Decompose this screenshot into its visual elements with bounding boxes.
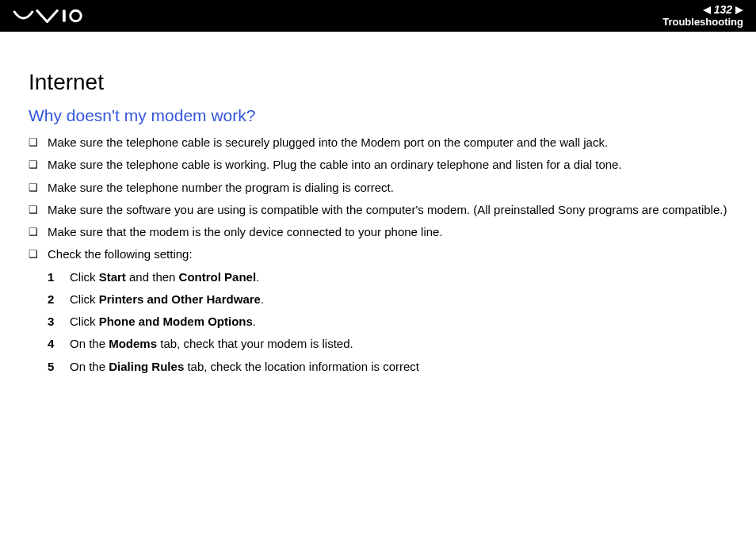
svg-rect-0	[63, 10, 66, 22]
section-label: Troubleshooting	[662, 17, 743, 28]
bullet-icon: ❑	[29, 246, 48, 261]
list-item: 5 On the Dialing Rules tab, check the lo…	[48, 359, 727, 375]
list-item: ❑ Make sure the telephone cable is worki…	[29, 157, 727, 173]
step-text: Click Printers and Other Hardware.	[70, 292, 727, 307]
list-item: 1 Click Start and then Control Panel.	[48, 269, 727, 285]
bullet-text: Make sure the telephone cable is securel…	[48, 135, 727, 151]
bullet-text: Make sure the telephone cable is working…	[48, 157, 727, 173]
page-title: Internet	[29, 70, 727, 95]
step-number: 1	[48, 269, 70, 285]
bullet-icon: ❑	[29, 157, 48, 172]
list-item: ❑ Make sure the telephone cable is secur…	[29, 135, 727, 151]
header-bar: 132 Troubleshooting	[0, 0, 756, 32]
prev-page-icon[interactable]	[703, 6, 711, 14]
bullet-text: Make sure that the modem is the only dev…	[48, 224, 727, 240]
step-number: 5	[48, 359, 70, 375]
svg-point-1	[71, 10, 82, 21]
bullet-text: Make sure the software you are using is …	[48, 202, 727, 218]
page-navigator: 132	[703, 4, 743, 16]
vaio-logo-svg	[13, 9, 84, 23]
step-number: 4	[48, 336, 70, 352]
step-list: 1 Click Start and then Control Panel. 2 …	[48, 269, 727, 375]
list-item: ❑ Make sure that the modem is the only d…	[29, 224, 727, 240]
bullet-text: Check the following setting:	[48, 246, 727, 262]
bullet-icon: ❑	[29, 135, 48, 150]
page-number: 132	[714, 4, 732, 16]
bullet-icon: ❑	[29, 202, 48, 217]
bullet-text: Make sure the telephone number the progr…	[48, 180, 727, 196]
step-number: 2	[48, 292, 70, 307]
list-item: 4 On the Modems tab, check that your mod…	[48, 336, 727, 352]
list-item: ❑ Make sure the software you are using i…	[29, 202, 727, 218]
step-text: On the Dialing Rules tab, check the loca…	[70, 359, 727, 375]
vaio-logo	[13, 9, 84, 23]
bullet-icon: ❑	[29, 180, 48, 195]
bullet-list: ❑ Make sure the telephone cable is secur…	[29, 135, 727, 263]
page-content: Internet Why doesn't my modem work? ❑ Ma…	[0, 32, 756, 375]
step-text: On the Modems tab, check that your modem…	[70, 336, 727, 352]
header-right: 132 Troubleshooting	[662, 4, 743, 28]
step-text: Click Phone and Modem Options.	[70, 314, 727, 330]
list-item: ❑ Make sure the telephone number the pro…	[29, 180, 727, 196]
next-page-icon[interactable]	[735, 6, 743, 14]
step-text: Click Start and then Control Panel.	[70, 269, 727, 285]
list-item: ❑ Check the following setting:	[29, 246, 727, 262]
page-subtitle: Why doesn't my modem work?	[29, 106, 727, 125]
list-item: 3 Click Phone and Modem Options.	[48, 314, 727, 330]
bullet-icon: ❑	[29, 224, 48, 239]
step-number: 3	[48, 314, 70, 330]
list-item: 2 Click Printers and Other Hardware.	[48, 292, 727, 307]
